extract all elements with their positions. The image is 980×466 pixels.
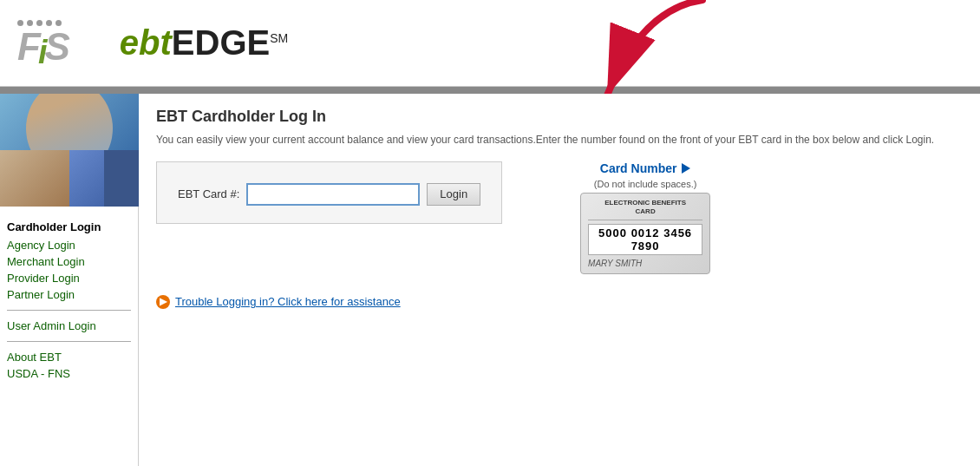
card-number-display: 5000 0012 3456 7890 — [588, 224, 702, 255]
trouble-row: ▶ Trouble Logging in? Click here for ass… — [156, 295, 963, 309]
sidebar-item-partner-login[interactable]: Partner Login — [7, 286, 131, 303]
form-container: EBT Card #: Login — [156, 161, 502, 224]
description: You can easily view your current account… — [156, 133, 963, 148]
main-content: EBT Cardholder Log In You can easily vie… — [139, 94, 980, 466]
page-title: EBT Cardholder Log In — [156, 108, 963, 126]
card-holder-name: MARY SMITH — [588, 259, 702, 268]
sidebar: Cardholder Login Agency Login Merchant L… — [0, 94, 139, 466]
card-label-row: Card Number — [600, 161, 691, 175]
ebt-text: ebt — [120, 23, 172, 62]
login-area: EBT Card #: Login Card Number (Do not in… — [156, 161, 963, 274]
cardholder-login-heading: Cardholder Login — [7, 220, 131, 233]
ebt-card-label: EBT Card #: — [178, 187, 239, 200]
img-block-2 — [0, 150, 69, 207]
top-bar — [0, 87, 980, 94]
img-block-4 — [69, 150, 104, 207]
nav-divider-1 — [7, 310, 131, 311]
header: FiS ebtEDGESM — [0, 0, 980, 87]
ebt-card-input[interactable] — [246, 183, 420, 206]
card-header: ELECTRONIC BENEFITS CARD — [588, 199, 702, 220]
trouble-icon: ▶ — [156, 295, 170, 309]
fis-wordmark: FiS — [17, 28, 68, 66]
ebt-edge-title: ebtEDGESM — [120, 23, 288, 62]
sidebar-item-user-admin-login[interactable]: User Admin Login — [7, 318, 131, 334]
card-subtitle: (Do not include spaces.) — [594, 179, 697, 189]
layout: Cardholder Login Agency Login Merchant L… — [0, 94, 980, 466]
sidebar-item-about-ebt[interactable]: About EBT — [7, 349, 131, 365]
card-illustration: Card Number (Do not include spaces.) ELE… — [580, 161, 710, 274]
form-row: EBT Card #: Login — [178, 183, 480, 206]
sidebar-item-agency-login[interactable]: Agency Login — [7, 237, 131, 253]
sidebar-item-provider-login[interactable]: Provider Login — [7, 270, 131, 286]
login-button[interactable]: Login — [427, 183, 480, 206]
sidebar-item-usda-fns[interactable]: USDA - FNS — [7, 365, 131, 382]
sm-text: SM — [270, 31, 288, 45]
img-block-5 — [104, 150, 139, 207]
card-number-label: Card Number — [600, 161, 677, 175]
sidebar-item-merchant-login[interactable]: Merchant Login — [7, 253, 131, 270]
sidebar-nav: Cardholder Login Agency Login Merchant L… — [0, 207, 138, 382]
nav-divider-2 — [7, 341, 131, 342]
edge-text: EDGE — [172, 23, 270, 62]
card-arrow-icon — [682, 163, 690, 174]
fis-logo: FiS — [17, 20, 68, 66]
ebt-card-visual: ELECTRONIC BENEFITS CARD 5000 0012 3456 … — [580, 193, 710, 274]
trouble-link[interactable]: Trouble Logging in? Click here for assis… — [175, 295, 401, 308]
sidebar-image — [0, 94, 139, 207]
